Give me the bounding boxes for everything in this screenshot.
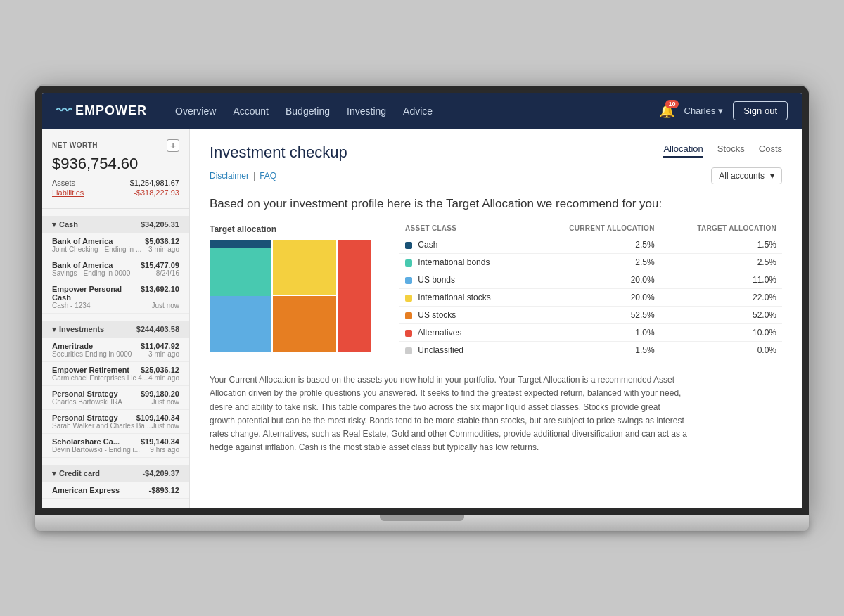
notification-button[interactable]: 🔔 10 xyxy=(659,103,674,119)
group-header-cash[interactable]: ▾ Cash $34,205.31 xyxy=(42,216,189,233)
table-row: International stocks 20.0% 22.0% xyxy=(399,289,782,307)
nav-links: Overview Account Budgeting Investing Adv… xyxy=(175,103,644,120)
account-item-top: Bank of America $5,036.12 xyxy=(52,237,179,245)
svg-rect-4 xyxy=(273,296,336,352)
list-item[interactable]: Personal Strategy $109,140.34 Sarah Walk… xyxy=(42,410,189,434)
current-allocation-value: 20.0% xyxy=(530,289,660,307)
net-worth-value: $936,754.60 xyxy=(52,155,179,173)
chevron-down-icon: ▾ xyxy=(718,105,723,116)
col-header-asset-class: ASSET CLASS xyxy=(399,224,530,236)
account-name: American Express xyxy=(52,486,120,494)
group-total-investments: $244,403.58 xyxy=(136,325,179,333)
account-time: 3 min ago xyxy=(148,245,179,253)
page-links-left: Disclaimer | FAQ xyxy=(210,171,276,181)
nav-account[interactable]: Account xyxy=(233,103,269,120)
account-time: Just now xyxy=(152,302,179,309)
account-sub: Savings - Ending in 0000 8/24/16 xyxy=(52,269,179,277)
list-item[interactable]: Bank of America $5,036.12 Joint Checking… xyxy=(42,233,189,257)
account-selector-dropdown[interactable]: All accounts ▾ xyxy=(711,167,782,184)
account-desc: Cash - 1234 xyxy=(52,302,90,309)
account-time: 8/24/16 xyxy=(156,269,179,277)
group-name-cash: Cash xyxy=(59,220,78,229)
nav-advice[interactable]: Advice xyxy=(403,103,433,120)
nav-overview[interactable]: Overview xyxy=(175,103,216,120)
group-header-credit[interactable]: ▾ Credit card -$4,209.37 xyxy=(42,465,189,482)
target-allocation-value: 0.0% xyxy=(660,342,782,359)
asset-class-name: Unclassified xyxy=(399,342,530,359)
asset-class-name: US bonds xyxy=(399,271,530,289)
logo-icon: 〰 xyxy=(56,102,72,120)
net-worth-label: NET WORTH xyxy=(52,141,98,149)
chart-title: Target allocation xyxy=(210,224,378,234)
list-item[interactable]: Bank of America $15,477.09 Savings - End… xyxy=(42,257,189,281)
account-time: Just now xyxy=(152,398,179,406)
target-allocation-value: 22.0% xyxy=(660,289,782,307)
liabilities-value: -$318,227.93 xyxy=(134,188,179,197)
table-row: Unclassified 1.5% 0.0% xyxy=(399,342,782,359)
col-header-current: CURRENT ALLOCATION xyxy=(530,224,660,236)
account-item-top: Scholarshare Ca... $19,140.34 xyxy=(52,437,179,446)
account-selector-label: All accounts xyxy=(719,171,765,181)
nav-budgeting[interactable]: Budgeting xyxy=(286,103,330,120)
color-swatch xyxy=(405,277,412,284)
group-total-credit: -$4,209.37 xyxy=(142,469,179,477)
account-desc: Savings - Ending in 0000 xyxy=(52,269,130,277)
table-row: Cash 2.5% 1.5% xyxy=(399,236,782,254)
page-header: Investment checkup Allocation Stocks Cos… xyxy=(210,143,782,162)
group-total-cash: $34,205.31 xyxy=(141,220,179,229)
list-item[interactable]: Ameritrade $11,047.92 Securities Ending … xyxy=(42,338,189,362)
account-desc: Joint Checking - Ending in ... xyxy=(52,245,141,253)
account-group-credit: ▾ Credit card -$4,209.37 American Expres… xyxy=(42,465,189,499)
account-group-investments: ▾ Investments $244,403.58 Ameritrade $11… xyxy=(42,321,189,458)
target-allocation-value: 2.5% xyxy=(660,254,782,271)
list-item[interactable]: Empower Retirement $25,036.12 Carmichael… xyxy=(42,362,189,386)
account-sub: Cash - 1234 Just now xyxy=(52,302,179,309)
add-account-button[interactable]: + xyxy=(167,139,179,152)
tab-costs[interactable]: Costs xyxy=(759,143,782,158)
account-name: Empower Retirement xyxy=(52,366,129,374)
assets-value: $1,254,981.67 xyxy=(130,179,179,187)
account-sub: Sarah Walker and Charles Ba... Just now xyxy=(52,422,179,430)
tab-stocks[interactable]: Stocks xyxy=(717,143,745,158)
account-name: Personal Strategy xyxy=(52,413,118,422)
list-item[interactable]: American Express -$893.12 xyxy=(42,482,189,499)
svg-rect-1 xyxy=(210,248,271,296)
account-sub: Charles Bartowski IRA Just now xyxy=(52,398,179,406)
navbar: 〰 EMPOWER Overview Account Budgeting Inv… xyxy=(42,93,802,129)
faq-link[interactable]: FAQ xyxy=(260,171,276,181)
account-time: 3 min ago xyxy=(148,350,179,358)
user-menu-button[interactable]: Charles ▾ xyxy=(684,105,724,116)
account-time: 9 hrs ago xyxy=(150,446,179,454)
current-allocation-value: 20.0% xyxy=(530,271,660,289)
account-value: $15,477.09 xyxy=(141,261,179,269)
treemap-chart xyxy=(210,240,371,352)
page-tabs: Allocation Stocks Costs xyxy=(663,143,782,158)
target-allocation-value: 11.0% xyxy=(660,271,782,289)
group-name-investments: Investments xyxy=(59,325,104,333)
list-item[interactable]: Scholarshare Ca... $19,140.34 Devin Bart… xyxy=(42,434,189,458)
tab-allocation[interactable]: Allocation xyxy=(663,143,703,158)
chevron-icon-cash: ▾ xyxy=(52,220,56,229)
account-item-top: Empower Personal Cash $13,692.10 xyxy=(52,285,179,302)
list-item[interactable]: Personal Strategy $99,180.20 Charles Bar… xyxy=(42,386,189,410)
account-sub: Securities Ending in 0000 3 min ago xyxy=(52,350,179,358)
current-allocation-value: 2.5% xyxy=(530,254,660,271)
group-header-investments[interactable]: ▾ Investments $244,403.58 xyxy=(42,321,189,338)
page-title: Investment checkup xyxy=(210,143,347,162)
chevron-down-icon: ▾ xyxy=(770,171,774,181)
chevron-icon-credit: ▾ xyxy=(52,469,56,478)
laptop-base xyxy=(35,515,809,531)
account-item-top: Ameritrade $11,047.92 xyxy=(52,342,179,350)
asset-class-name: Alternatives xyxy=(399,324,530,342)
assets-row: Assets $1,254,981.67 xyxy=(52,179,179,187)
account-desc: Sarah Walker and Charles Ba... xyxy=(52,422,151,430)
nav-investing[interactable]: Investing xyxy=(347,103,386,120)
list-item[interactable]: Empower Personal Cash $13,692.10 Cash - … xyxy=(42,281,189,314)
disclaimer-link[interactable]: Disclaimer xyxy=(210,171,249,181)
account-item-top: American Express -$893.12 xyxy=(52,486,179,494)
asset-class-name: US stocks xyxy=(399,307,530,324)
liabilities-label: Liabilities xyxy=(52,188,84,197)
target-allocation-chart: Target allocation xyxy=(210,224,378,359)
signout-button[interactable]: Sign out xyxy=(733,101,788,120)
brand-logo: 〰 EMPOWER xyxy=(56,102,147,120)
